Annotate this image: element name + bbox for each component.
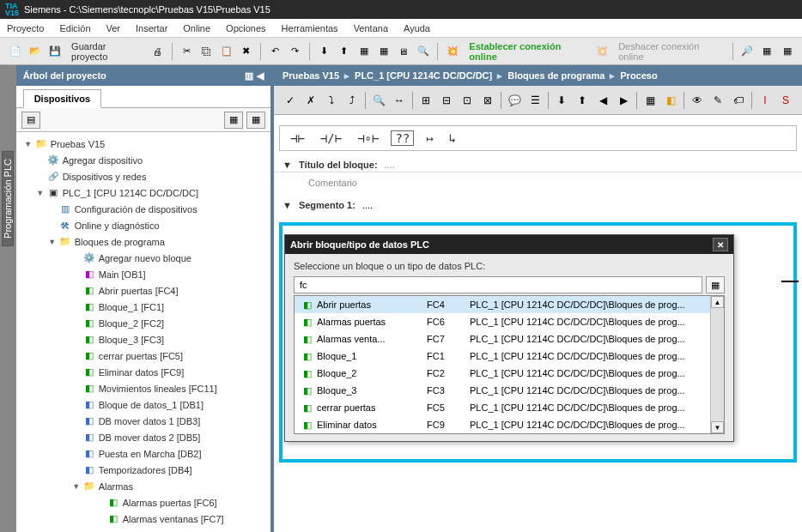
menu-ventana[interactable]: Ventana bbox=[354, 23, 388, 33]
block-comment[interactable]: Comentario bbox=[274, 176, 802, 195]
delete-icon[interactable]: ✖ bbox=[238, 43, 254, 60]
stop-cpu-icon[interactable]: ▦ bbox=[779, 43, 795, 60]
go-online-button[interactable]: Establecer conexión online bbox=[464, 41, 590, 62]
expand-icon[interactable]: ▼ bbox=[35, 189, 46, 197]
fav-open-branch-icon[interactable]: ↳ bbox=[446, 130, 459, 147]
crumb-proceso[interactable]: Proceso bbox=[620, 70, 657, 81]
tree-item[interactable]: ⚙️Agregar nuevo bloque bbox=[16, 250, 270, 266]
vtab-programacion[interactable]: Programación PLC bbox=[2, 151, 14, 246]
et-insert-icon[interactable]: ⤵ bbox=[322, 91, 341, 110]
et-replace-icon[interactable]: ↔ bbox=[390, 91, 409, 110]
tree-item[interactable]: ◧Puesta en Marcha [DB2] bbox=[16, 445, 270, 462]
dialog-result-row[interactable]: ◧Bloque_1FC1PLC_1 [CPU 1214C DC/DC/DC]\B… bbox=[295, 348, 724, 365]
pin-pane-icon[interactable]: ◀ bbox=[257, 70, 264, 82]
accessible-devices-icon[interactable]: 🔎 bbox=[739, 43, 756, 60]
go-online-icon[interactable]: 💥 bbox=[444, 43, 460, 60]
et-prev-icon[interactable]: ◀ bbox=[593, 91, 612, 110]
tree-item[interactable]: ◧Bloque_2 [FC2] bbox=[16, 315, 270, 331]
paste-icon[interactable]: 📋 bbox=[218, 43, 234, 60]
redo-icon[interactable]: ↷ bbox=[287, 43, 303, 60]
fav-branch-icon[interactable]: ↦ bbox=[422, 130, 436, 147]
et-network-icon[interactable]: ⊞ bbox=[416, 91, 435, 110]
dialog-result-row[interactable]: ◧Bloque_2FC2PLC_1 [CPU 1214C DC/DC/DC]\B… bbox=[295, 365, 724, 382]
scroll-up-icon[interactable]: ▲ bbox=[711, 296, 724, 308]
tree-item[interactable]: ▼📁Bloques de programa bbox=[16, 233, 270, 250]
dialog-menu-icon[interactable]: ▦ bbox=[706, 276, 725, 293]
fav-box-icon[interactable]: ?? bbox=[391, 130, 414, 146]
menu-herramientas[interactable]: Herramientas bbox=[282, 23, 338, 33]
dialog-result-row[interactable]: ◧Eliminar datosFC9PLC_1 [CPU 1214C DC/DC… bbox=[295, 416, 724, 433]
download-icon[interactable]: ⬆ bbox=[336, 43, 352, 60]
et-next-icon[interactable]: ▶ bbox=[614, 91, 633, 110]
dialog-search-input[interactable] bbox=[294, 276, 702, 293]
tree-item[interactable]: ◧Alarmas ventanas [FC7] bbox=[16, 511, 270, 527]
tree-item[interactable]: ⚙️Agregar dispositivo bbox=[16, 152, 270, 168]
fav-no-contact-icon[interactable]: ⊣⊢ bbox=[287, 130, 308, 147]
et-title-icon[interactable]: ☰ bbox=[526, 91, 544, 110]
tree-item[interactable]: ▥Configuración de dispositivos bbox=[16, 201, 270, 217]
et-accept-icon[interactable]: ✓ bbox=[281, 91, 300, 110]
et-tag-icon[interactable]: 🏷 bbox=[729, 91, 748, 110]
fav-nc-contact-icon[interactable]: ⊣/⊢ bbox=[317, 130, 345, 147]
menu-ver[interactable]: Ver bbox=[106, 23, 121, 33]
dialog-scrollbar[interactable]: ▲ ▼ bbox=[710, 296, 724, 433]
et-favorites-icon[interactable]: ⬇ bbox=[552, 91, 571, 110]
tree-item[interactable]: ▼📁Pruebas V15 bbox=[16, 136, 270, 152]
print-icon[interactable]: 🖨 bbox=[149, 43, 166, 60]
expand-icon[interactable]: ▼ bbox=[23, 140, 33, 148]
tree-item[interactable]: ◧Temporizadores [DB4] bbox=[16, 462, 270, 478]
tree-item[interactable]: 🛠Online y diagnóstico bbox=[16, 217, 270, 233]
tree-view-icon[interactable]: ▦ bbox=[224, 112, 243, 129]
expand-icon[interactable]: ▼ bbox=[71, 482, 82, 491]
et-display-icon[interactable]: ▦ bbox=[641, 91, 659, 110]
crumb-blocks[interactable]: Bloques de programa bbox=[507, 70, 605, 81]
save-project-button[interactable]: Guardar proyecto bbox=[66, 41, 146, 62]
tree-item[interactable]: ◧Bloque de datos_1 [DB1] bbox=[16, 396, 270, 413]
crumb-project[interactable]: Pruebas V15 bbox=[283, 70, 339, 81]
dialog-result-row[interactable]: ◧Alarmas venta...FC7PLC_1 [CPU 1214C DC/… bbox=[295, 330, 724, 348]
tree-item[interactable]: ◧cerrar puertas [FC5] bbox=[16, 348, 270, 364]
dialog-result-row[interactable]: ◧Alarmas puertasFC6PLC_1 [CPU 1214C DC/D… bbox=[295, 313, 724, 330]
block-title-value[interactable]: .... bbox=[385, 160, 395, 170]
et-lad-icon[interactable]: I bbox=[756, 91, 775, 110]
compile-icon[interactable]: ⬇ bbox=[316, 43, 332, 60]
save-icon[interactable]: 💾 bbox=[46, 43, 63, 60]
tab-dispositivos[interactable]: Dispositivos bbox=[23, 89, 101, 108]
et-find-icon[interactable]: 🔍 bbox=[369, 91, 388, 110]
start-icon[interactable]: 🖥 bbox=[395, 43, 411, 60]
et-stl-icon[interactable]: S bbox=[776, 91, 795, 110]
et-orange-icon[interactable]: ◧ bbox=[661, 91, 680, 110]
dialog-result-row[interactable]: ◧Abrir puertasFC4PLC_1 [CPU 1214C DC/DC/… bbox=[295, 296, 724, 313]
cut-icon[interactable]: ✂ bbox=[179, 43, 195, 60]
dialog-close-button[interactable]: ✕ bbox=[713, 238, 728, 251]
project-tree[interactable]: ▼📁Pruebas V15⚙️Agregar dispositivo🔗Dispo… bbox=[16, 132, 270, 532]
menu-ayuda[interactable]: Ayuda bbox=[404, 23, 430, 33]
tree-item[interactable]: ▼📁Alarmas bbox=[16, 478, 270, 494]
copy-icon[interactable]: ⿻ bbox=[198, 43, 215, 60]
tree-item[interactable]: ◧Bloque_1 [FC1] bbox=[16, 299, 270, 315]
et-monitor-icon[interactable]: 👁 bbox=[688, 91, 707, 110]
dialog-result-row[interactable]: ◧Bloque_3FC3PLC_1 [CPU 1214C DC/DC/DC]\B… bbox=[295, 382, 724, 399]
segment-title-value[interactable]: .... bbox=[362, 200, 373, 210]
dialog-result-list[interactable]: ◧Abrir puertasFC4PLC_1 [CPU 1214C DC/DC/… bbox=[294, 295, 725, 434]
tree-item[interactable]: ◧Alarmas puertas [FC6] bbox=[16, 494, 270, 511]
et-close-icon[interactable]: ⊠ bbox=[478, 91, 497, 110]
tree-item[interactable]: ◧DB mover datos 1 [DB3] bbox=[16, 413, 270, 429]
collapse-pane-icon[interactable]: ▥ bbox=[245, 70, 253, 82]
tree-item[interactable]: ◧Abrir puertas [FC4] bbox=[16, 282, 270, 299]
et-cancel-icon[interactable]: ✗ bbox=[301, 91, 320, 110]
et-delete-icon[interactable]: ⤴ bbox=[343, 91, 362, 110]
hmi-icon[interactable]: ▦ bbox=[375, 43, 392, 60]
et-goto-icon[interactable]: ⬆ bbox=[573, 91, 592, 110]
tree-item[interactable]: ▼▣PLC_1 [CPU 1214C DC/DC/DC] bbox=[16, 184, 270, 201]
tree-item[interactable]: ◧Main [OB1] bbox=[16, 266, 270, 282]
dialog-title-bar[interactable]: Abrir bloque/tipo de datos PLC ✕ bbox=[285, 235, 733, 254]
start-cpu-icon[interactable]: ▦ bbox=[759, 43, 775, 60]
online-search-icon[interactable]: 🔍 bbox=[415, 43, 431, 60]
new-project-icon[interactable]: 📄 bbox=[7, 43, 23, 60]
menu-opciones[interactable]: Opciones bbox=[226, 23, 265, 33]
dialog-result-row[interactable]: ◧cerrar puertasFC5PLC_1 [CPU 1214C DC/DC… bbox=[295, 399, 724, 416]
crumb-plc[interactable]: PLC_1 [CPU 1214C DC/DC/DC] bbox=[355, 70, 492, 81]
undo-icon[interactable]: ↶ bbox=[267, 43, 283, 60]
tree-item[interactable]: ◧Movimientos lineales [FC11] bbox=[16, 380, 270, 396]
